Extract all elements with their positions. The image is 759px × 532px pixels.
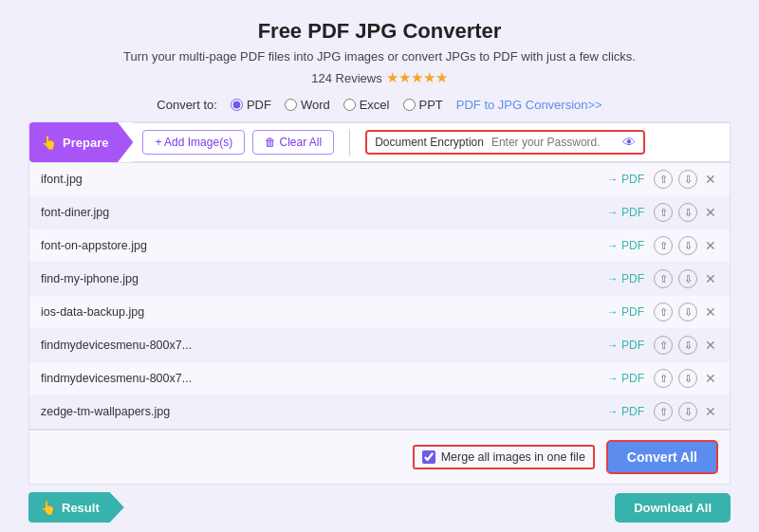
file-name: ifont.jpg	[41, 173, 598, 186]
move-down-button[interactable]: ⇩	[678, 303, 697, 321]
file-target: → PDF	[607, 305, 644, 319]
table-row: zedge-tm-wallpapers.jpg → PDF ⇧ ⇩ ✕	[29, 395, 730, 429]
option-ppt[interactable]: PPT	[403, 98, 443, 112]
move-down-button[interactable]: ⇩	[678, 402, 697, 421]
toolbar-buttons: + Add Image(s) 🗑 Clear All Document Encr…	[133, 122, 730, 162]
merge-checkbox-area: Merge all images in one file	[413, 445, 595, 469]
radio-word[interactable]	[285, 99, 297, 111]
radio-pdf[interactable]	[231, 99, 243, 111]
download-all-button[interactable]: Download All	[615, 493, 731, 523]
move-down-button[interactable]: ⇩	[678, 269, 697, 288]
move-up-button[interactable]: ⇧	[654, 269, 673, 288]
clear-all-button[interactable]: 🗑 Clear All	[252, 130, 334, 155]
file-actions: ⇧ ⇩ ✕	[654, 170, 718, 189]
file-name: find-my-iphone.jpg	[41, 272, 598, 285]
file-target: → PDF	[607, 272, 644, 285]
move-up-button[interactable]: ⇧	[654, 402, 673, 421]
table-row: findmydevicesmenu-800x7... → PDF ⇧ ⇩ ✕	[29, 362, 730, 395]
prepare-badge: 👆 Prepare	[29, 122, 133, 162]
radio-ppt[interactable]	[403, 99, 416, 111]
file-name: font-diner.jpg	[41, 206, 598, 219]
file-actions: ⇧ ⇩ ✕	[654, 402, 718, 421]
file-name: font-on-appstore.jpg	[41, 239, 598, 252]
option-pdf[interactable]: PDF	[231, 98, 271, 112]
remove-file-button[interactable]: ✕	[703, 371, 718, 386]
merge-checkbox[interactable]	[422, 450, 435, 464]
option-word[interactable]: Word	[285, 98, 330, 112]
remove-file-button[interactable]: ✕	[703, 205, 718, 220]
file-target: → PDF	[607, 339, 644, 352]
review-count: 124 Reviews	[311, 71, 381, 85]
file-name: findmydevicesmenu-800x7...	[41, 372, 598, 385]
file-actions: ⇧ ⇩ ✕	[654, 303, 718, 321]
file-target: → PDF	[607, 372, 644, 385]
bottom-bar: Merge all images in one file Convert All	[28, 430, 731, 485]
toolbar-divider	[349, 129, 350, 156]
move-down-button[interactable]: ⇩	[678, 203, 697, 222]
toolbar: 👆 Prepare + Add Image(s) 🗑 Clear All Doc…	[28, 121, 731, 163]
radio-excel[interactable]	[343, 99, 356, 111]
move-up-button[interactable]: ⇧	[654, 369, 673, 388]
file-name: zedge-tm-wallpapers.jpg	[41, 405, 598, 418]
result-section: 👆 Result Download All	[28, 492, 731, 523]
page-header: Free PDF JPG Converter Turn your multi-p…	[28, 19, 731, 86]
table-row: find-my-iphone.jpg → PDF ⇧ ⇩ ✕	[29, 263, 730, 296]
move-up-button[interactable]: ⇧	[654, 303, 673, 321]
file-actions: ⇧ ⇩ ✕	[654, 269, 718, 288]
table-row: findmydevicesmenu-800x7... → PDF ⇧ ⇩ ✕	[29, 329, 730, 362]
encryption-box: Document Encryption 👁	[365, 130, 645, 155]
remove-file-button[interactable]: ✕	[703, 172, 718, 187]
move-up-button[interactable]: ⇧	[654, 236, 673, 255]
convert-all-button[interactable]: Convert All	[606, 440, 718, 474]
table-row: ios-data-backup.jpg → PDF ⇧ ⇩ ✕	[29, 296, 730, 329]
file-target: → PDF	[607, 405, 644, 418]
file-target: → PDF	[607, 173, 644, 186]
file-name: findmydevicesmenu-800x7...	[41, 339, 598, 352]
page-subtitle: Turn your multi-page PDF files into JPG …	[28, 49, 731, 64]
move-down-button[interactable]: ⇩	[678, 170, 697, 189]
eye-icon[interactable]: 👁	[622, 135, 636, 150]
file-target: → PDF	[607, 206, 644, 219]
merge-label: Merge all images in one file	[441, 450, 585, 464]
move-down-button[interactable]: ⇩	[678, 369, 697, 388]
convert-to-label: Convert to:	[157, 98, 217, 112]
remove-file-button[interactable]: ✕	[703, 271, 718, 286]
move-down-button[interactable]: ⇩	[678, 236, 697, 255]
move-down-button[interactable]: ⇩	[678, 336, 697, 355]
option-excel[interactable]: Excel	[343, 98, 390, 112]
file-name: ios-data-backup.jpg	[41, 305, 598, 319]
file-actions: ⇧ ⇩ ✕	[654, 336, 718, 355]
result-badge: 👆 Result	[28, 492, 124, 523]
page-title: Free PDF JPG Converter	[28, 19, 731, 44]
remove-file-button[interactable]: ✕	[703, 304, 718, 320]
remove-file-button[interactable]: ✕	[703, 238, 718, 253]
result-label: Result	[62, 501, 100, 515]
pdf-to-jpg-link[interactable]: PDF to JPG Conversion>>	[456, 98, 602, 112]
move-up-button[interactable]: ⇧	[654, 170, 673, 189]
prepare-label: Prepare	[63, 136, 108, 150]
star-rating: ★★★★★	[386, 69, 448, 86]
file-list: ifont.jpg → PDF ⇧ ⇩ ✕ font-diner.jpg → P…	[28, 163, 731, 430]
table-row: ifont.jpg → PDF ⇧ ⇩ ✕	[29, 163, 730, 196]
move-up-button[interactable]: ⇧	[654, 203, 673, 222]
convert-to-row: Convert to: PDF Word Excel PPT PDF to JP…	[28, 98, 731, 112]
file-actions: ⇧ ⇩ ✕	[654, 236, 718, 255]
table-row: font-diner.jpg → PDF ⇧ ⇩ ✕	[29, 196, 730, 229]
reviews-row: 124 Reviews ★★★★★	[28, 69, 731, 86]
encryption-label: Document Encryption	[375, 136, 484, 149]
file-actions: ⇧ ⇩ ✕	[654, 203, 718, 222]
move-up-button[interactable]: ⇧	[654, 336, 673, 355]
add-images-button[interactable]: + Add Image(s)	[142, 130, 245, 155]
remove-file-button[interactable]: ✕	[703, 404, 718, 419]
file-actions: ⇧ ⇩ ✕	[654, 369, 718, 388]
password-input[interactable]	[491, 136, 615, 149]
table-row: font-on-appstore.jpg → PDF ⇧ ⇩ ✕	[29, 229, 730, 263]
remove-file-button[interactable]: ✕	[703, 338, 718, 353]
file-target: → PDF	[607, 239, 644, 252]
